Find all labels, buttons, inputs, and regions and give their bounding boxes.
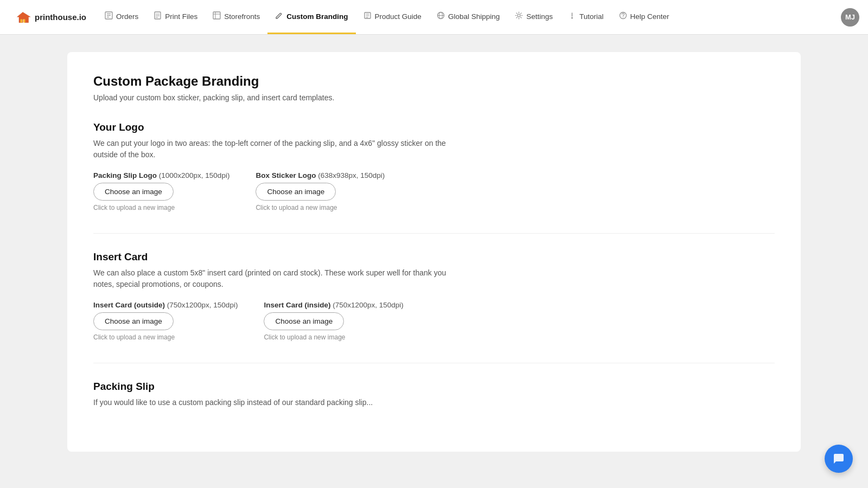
svg-rect-2 — [23, 19, 25, 22]
print-files-icon — [154, 11, 162, 21]
nav-item-storefronts[interactable]: Storefronts — [205, 0, 267, 34]
insert-card-section-title: Insert Card — [93, 251, 775, 263]
insert-card-outside-choose-btn[interactable]: Choose an image — [93, 312, 174, 330]
nav-item-settings[interactable]: Settings — [507, 0, 560, 34]
packing-slip-logo-upload: Packing Slip Logo (1000x200px, 150dpi) C… — [93, 171, 229, 211]
logo-section-desc: We can put your logo in two areas: the t… — [93, 138, 462, 160]
nav-item-orders[interactable]: Orders — [97, 0, 146, 34]
nav-label-print-files: Print Files — [165, 12, 197, 21]
svg-point-21 — [622, 17, 623, 17]
nav-item-custom-branding[interactable]: Custom Branding — [267, 0, 355, 34]
nav-label-global-shipping: Global Shipping — [448, 12, 500, 21]
user-avatar[interactable]: MJ — [841, 8, 859, 27]
nav-label-storefronts: Storefronts — [224, 12, 260, 21]
packing-slip-logo-hint: Click to upload a new image — [93, 204, 229, 211]
insert-card-inside-upload: Insert Card (inside) (750x1200px, 150dpi… — [264, 301, 403, 341]
box-sticker-logo-choose-btn[interactable]: Choose an image — [256, 183, 336, 201]
divider-2 — [93, 363, 775, 363]
nav-label-custom-branding: Custom Branding — [286, 12, 348, 21]
section-packing-slip: Packing Slip If you would like to use a … — [93, 381, 775, 408]
nav-item-print-files[interactable]: Print Files — [146, 0, 205, 34]
packing-slip-section-title: Packing Slip — [93, 381, 775, 393]
insert-card-inside-hint: Click to upload a new image — [264, 333, 403, 341]
help-center-icon — [619, 11, 627, 21]
settings-icon — [515, 11, 523, 21]
house-icon — [15, 10, 30, 25]
svg-rect-11 — [213, 12, 220, 19]
insert-card-outside-label: Insert Card (outside) (750x1200px, 150dp… — [93, 301, 238, 309]
divider-1 — [93, 233, 775, 234]
product-guide-icon — [363, 11, 372, 21]
section-insert-card: Insert Card We can also place a custom 5… — [93, 251, 775, 341]
svg-point-18 — [518, 14, 520, 17]
brand-name: printhouse.io — [35, 12, 86, 22]
box-sticker-logo-hint: Click to upload a new image — [256, 204, 385, 211]
nav-item-global-shipping[interactable]: Global Shipping — [429, 0, 507, 34]
box-sticker-logo-upload: Box Sticker Logo (638x938px, 150dpi) Cho… — [256, 171, 385, 211]
insert-card-outside-hint: Click to upload a new image — [93, 333, 238, 341]
page-subtitle: Upload your custom box sticker, packing … — [93, 93, 775, 102]
page-title: Custom Package Branding — [93, 74, 775, 89]
packing-slip-logo-label: Packing Slip Logo (1000x200px, 150dpi) — [93, 171, 229, 179]
tutorial-icon — [568, 11, 576, 21]
svg-point-19 — [571, 17, 573, 19]
nav-label-orders: Orders — [116, 12, 138, 21]
nav-right: MJ — [841, 0, 859, 34]
navbar: printhouse.io Orders Print Files Storefr… — [0, 0, 868, 35]
storefronts-icon — [213, 11, 221, 21]
insert-card-section-desc: We can also place a custom 5x8" insert c… — [93, 267, 462, 290]
custom-branding-icon — [275, 11, 283, 21]
insert-card-inside-label: Insert Card (inside) (750x1200px, 150dpi… — [264, 301, 403, 309]
nav-item-product-guide[interactable]: Product Guide — [356, 0, 429, 34]
nav-label-tutorial: Tutorial — [579, 12, 604, 21]
nav-item-help-center[interactable]: Help Center — [611, 0, 677, 34]
insert-card-upload-row: Insert Card (outside) (750x1200px, 150dp… — [93, 301, 775, 341]
brand-logo[interactable]: printhouse.io — [9, 0, 93, 34]
insert-card-outside-upload: Insert Card (outside) (750x1200px, 150dp… — [93, 301, 238, 341]
nav-label-product-guide: Product Guide — [375, 12, 422, 21]
section-logo: Your Logo We can put your logo in two ar… — [93, 121, 775, 211]
main-wrapper: Custom Package Branding Upload your cust… — [54, 35, 814, 469]
chat-button[interactable] — [825, 445, 853, 469]
nav-items: Orders Print Files Storefronts Custom Br… — [97, 0, 841, 34]
logo-upload-row: Packing Slip Logo (1000x200px, 150dpi) C… — [93, 171, 775, 211]
packing-slip-logo-choose-btn[interactable]: Choose an image — [93, 183, 174, 201]
nav-item-tutorial[interactable]: Tutorial — [560, 0, 611, 34]
svg-rect-1 — [21, 19, 23, 22]
content-card: Custom Package Branding Upload your cust… — [67, 52, 801, 452]
nav-label-settings: Settings — [526, 12, 553, 21]
nav-label-help-center: Help Center — [630, 12, 669, 21]
global-shipping-icon — [437, 11, 445, 21]
box-sticker-logo-label: Box Sticker Logo (638x938px, 150dpi) — [256, 171, 385, 179]
packing-slip-section-desc: If you would like to use a custom packin… — [93, 397, 462, 408]
logo-section-title: Your Logo — [93, 121, 775, 133]
orders-icon — [105, 11, 113, 21]
insert-card-inside-choose-btn[interactable]: Choose an image — [264, 312, 344, 330]
chat-icon — [832, 452, 845, 465]
